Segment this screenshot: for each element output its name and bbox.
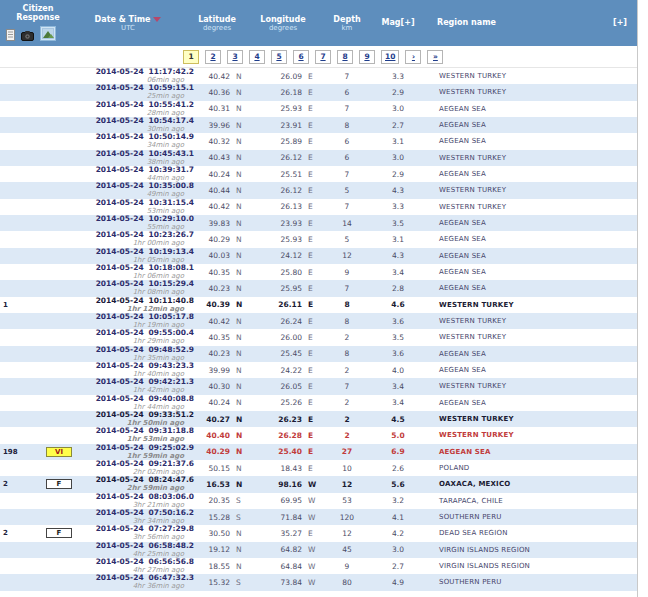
datetime-link[interactable]: 2014-05-2409:33:51.21hr 50min ago (88, 411, 194, 427)
magnitude-value: 2.8 (376, 284, 420, 293)
region-link[interactable]: AEGEAN SEA (420, 448, 637, 456)
region-link[interactable]: WESTERN TURKEY (420, 203, 637, 211)
page-button-9[interactable]: 9 (359, 50, 375, 64)
region-link[interactable]: WESTERN TURKEY (420, 317, 637, 325)
datetime-link[interactable]: 2014-05-2410:45:43.138min ago (88, 150, 194, 166)
datetime-link[interactable]: 2014-05-2409:21:37.62hr 02min ago (88, 460, 194, 476)
datetime-text: 2014-05-2411:17:42.2 (96, 68, 194, 76)
region-link[interactable]: AEGEAN SEA (420, 252, 637, 260)
datetime-link[interactable]: 2014-05-2410:54:17.430min ago (88, 117, 194, 133)
longitude-value: 18.43 (246, 464, 302, 473)
region-link[interactable]: OAXACA, MEXICO (420, 480, 637, 488)
region-link[interactable]: VIRGIN ISLANDS REGION (420, 546, 637, 554)
page-button-1[interactable]: 1 (183, 50, 199, 64)
magnitude-value: 2.7 (376, 121, 420, 130)
datetime-link[interactable]: 2014-05-2406:58:48.24hr 25min ago (88, 542, 194, 558)
datetime-link[interactable]: 2014-05-2409:55:00.41hr 29min ago (88, 329, 194, 345)
datetime-link[interactable]: 2014-05-2409:31:18.81hr 53min ago (88, 427, 194, 443)
datetime-link[interactable]: 2014-05-2408:24:47.62hr 59min ago (88, 476, 194, 492)
region-link[interactable]: WESTERN TURKEY (420, 154, 637, 162)
date-time-header[interactable]: Date & Time UTC (62, 15, 194, 32)
page-next-button[interactable]: › (405, 50, 421, 64)
region-link[interactable]: DEAD SEA REGION (420, 529, 637, 537)
longitude-direction: E (302, 366, 318, 375)
datetime-link[interactable]: 2014-05-2409:43:23.31hr 40min ago (88, 362, 194, 378)
datetime-link[interactable]: 2014-05-2410:31:15.453min ago (88, 199, 194, 215)
region-link[interactable]: WESTERN TURKEY (420, 415, 637, 423)
depth-value: 2 (318, 366, 376, 375)
datetime-link[interactable]: 2014-05-2406:47:32.34hr 36min ago (88, 574, 194, 590)
region-link[interactable]: WESTERN TURKEY (420, 186, 637, 194)
region-link[interactable]: AEGEAN SEA (420, 170, 637, 178)
page-button-4[interactable]: 4 (249, 50, 265, 64)
datetime-link[interactable]: 2014-05-2410:59:15.125min ago (88, 84, 194, 100)
page-button-2[interactable]: 2 (205, 50, 221, 64)
region-link[interactable]: WESTERN TURKEY (420, 333, 637, 341)
datetime-link[interactable]: 2014-05-2410:35:00.849min ago (88, 182, 194, 198)
region-link[interactable]: AEGEAN SEA (420, 366, 637, 374)
region-link[interactable]: AEGEAN SEA (420, 284, 637, 292)
page-button-8[interactable]: 8 (337, 50, 353, 64)
datetime-link[interactable]: 2014-05-2406:56:56.84hr 27min ago (88, 558, 194, 574)
datetime-link[interactable]: 2014-05-2410:39:31.744min ago (88, 166, 194, 182)
region-link[interactable]: AEGEAN SEA (420, 105, 637, 113)
latitude-value: 40.23 (194, 349, 230, 358)
datetime-link[interactable]: 2014-05-2409:48:52.91hr 35min ago (88, 346, 194, 362)
datetime-link[interactable]: 2014-05-2410:23:26.71hr 00min ago (88, 231, 194, 247)
datetime-link[interactable]: 2014-05-2410:29:10.055min ago (88, 215, 194, 231)
datetime-text: 2014-05-2407:27:29.8 (96, 525, 194, 533)
datetime-text: 2014-05-2410:35:00.8 (96, 182, 194, 190)
datetime-link[interactable]: 2014-05-2409:42:21.31hr 42min ago (88, 378, 194, 394)
depth-value: 2 (318, 415, 376, 424)
region-link[interactable]: AEGEAN SEA (420, 350, 637, 358)
region-link[interactable]: AEGEAN SEA (420, 121, 637, 129)
region-link[interactable]: AEGEAN SEA (420, 235, 637, 243)
region-link[interactable]: AEGEAN SEA (420, 219, 637, 227)
page-button-3[interactable]: 3 (227, 50, 243, 64)
region-link[interactable]: VIRGIN ISLANDS REGION (420, 562, 637, 570)
page-button-6[interactable]: 6 (293, 50, 309, 64)
document-icon[interactable] (6, 29, 15, 41)
region-link[interactable]: WESTERN TURKEY (420, 72, 637, 80)
datetime-link[interactable]: 2014-05-2410:05:17.81hr 19min ago (88, 313, 194, 329)
felt-badge[interactable]: F (46, 528, 72, 538)
region-link[interactable]: SOUTHERN PERU (420, 578, 637, 586)
expand-columns-control[interactable]: [+] (613, 18, 627, 27)
felt-badge[interactable]: F (46, 479, 72, 489)
datetime-link[interactable]: 2014-05-2410:15:29.41hr 08min ago (88, 280, 194, 296)
datetime-link[interactable]: 2014-05-2410:11:40.81hr 12min ago (88, 297, 194, 313)
page-button-10[interactable]: 10 (381, 50, 399, 64)
datetime-link[interactable]: 2014-05-2410:19:13.41hr 05min ago (88, 248, 194, 264)
region-link[interactable]: TARAPACA, CHILE (420, 497, 637, 505)
datetime-link[interactable]: 2014-05-2409:40:08.81hr 44min ago (88, 395, 194, 411)
datetime-link[interactable]: 2014-05-2410:18:08.11hr 06min ago (88, 264, 194, 280)
camera-icon[interactable] (21, 31, 34, 41)
datetime-link[interactable]: 2014-05-2407:50:16.23hr 34min ago (88, 509, 194, 525)
picture-icon[interactable] (40, 26, 56, 41)
intensity-badge[interactable]: VI (46, 447, 72, 457)
datetime-text: 2014-05-2408:03:06.0 (96, 493, 194, 501)
datetime-link[interactable]: 2014-05-2411:17:42.206min ago (88, 68, 194, 84)
datetime-link[interactable]: 2014-05-2410:50:14.934min ago (88, 133, 194, 149)
page-button-7[interactable]: 7 (315, 50, 331, 64)
date-time-label: Date & Time (95, 15, 151, 24)
datetime-link[interactable]: 2014-05-2409:25:02.91hr 59min ago (88, 444, 194, 460)
region-link[interactable]: WESTERN TURKEY (420, 301, 637, 309)
magnitude-header[interactable]: Mag[+] (368, 18, 428, 27)
longitude-label: Longitude (246, 15, 320, 24)
region-link[interactable]: WESTERN TURKEY (420, 88, 637, 96)
region-link[interactable]: WESTERN TURKEY (420, 431, 637, 439)
region-link[interactable]: AEGEAN SEA (420, 137, 637, 145)
region-link[interactable]: SOUTHERN PERU (420, 513, 637, 521)
datetime-link[interactable]: 2014-05-2407:27:29.83hr 56min ago (88, 525, 194, 541)
page-last-button[interactable]: » (427, 50, 443, 64)
datetime-link[interactable]: 2014-05-2410:55:41.228min ago (88, 101, 194, 117)
region-link[interactable]: AEGEAN SEA (420, 268, 637, 276)
page-button-5[interactable]: 5 (271, 50, 287, 64)
region-link[interactable]: WESTERN TURKEY (420, 382, 637, 390)
region-link[interactable]: POLAND (420, 464, 637, 472)
datetime-text: 2014-05-2407:50:16.2 (96, 509, 194, 517)
sort-desc-icon[interactable] (153, 17, 161, 22)
datetime-link[interactable]: 2014-05-2408:03:06.03hr 21min ago (88, 493, 194, 509)
region-link[interactable]: AEGEAN SEA (420, 399, 637, 407)
